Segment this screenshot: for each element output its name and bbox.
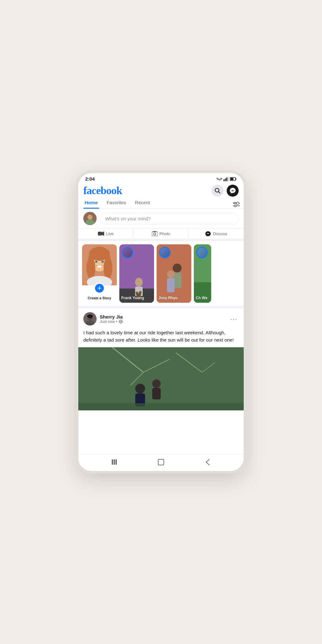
svg-point-38 [173,264,182,272]
tab-recent[interactable]: Recent [134,197,151,208]
svg-rect-18 [152,232,158,236]
header-icons [212,185,239,197]
menu-button[interactable] [110,458,119,467]
svg-line-7 [218,192,220,193]
svg-point-11 [234,205,236,207]
stories-section: + Create a Story [78,241,244,308]
joey-story-bg: Joey Rhyu [157,244,191,303]
live-button[interactable]: Live [78,229,134,239]
svg-rect-64 [116,459,117,465]
search-icon [215,188,220,194]
post-text: I had such a lovely time at our ride tog… [78,328,244,347]
post-more-button[interactable]: ··· [229,314,239,324]
post-user-avatar [83,312,97,325]
create-plus-icon: + [94,283,105,294]
ch-avatar [196,247,208,258]
svg-point-25 [86,257,95,279]
app-header: facebook [78,183,244,197]
svg-rect-62 [112,459,113,465]
home-square-icon [158,459,164,466]
messenger-icon [230,188,236,194]
svg-rect-29 [97,266,102,267]
svg-marker-17 [102,231,104,236]
post-image [78,347,244,410]
messenger-button[interactable] [227,185,239,197]
ch-story-bg: Ch We [194,244,211,303]
battery-icon [230,177,237,181]
filter-icon-line1 [233,202,239,203]
tab-favorites[interactable]: Favorites [105,197,128,208]
create-story-label: Create a Story [88,296,111,300]
svg-rect-5 [230,178,234,180]
svg-point-9 [237,202,239,204]
back-button[interactable] [203,458,212,467]
home-button[interactable] [157,458,165,467]
video-icon [98,231,104,236]
svg-point-15 [88,215,92,219]
post-header: Sherry Jia Just now • ··· [78,308,244,328]
facebook-logo: facebook [83,185,122,197]
svg-point-48 [87,314,93,318]
create-story-card[interactable]: + Create a Story [82,244,117,303]
svg-rect-51 [78,347,244,410]
status-time: 2:04 [85,176,95,182]
tab-home[interactable]: Home [83,197,99,208]
composer-avatar [83,212,97,225]
composer-input[interactable]: What's on your mind? [100,213,239,224]
post-composer: What's on your mind? [78,209,244,228]
joey-avatar [159,247,170,258]
signal-icon [224,177,229,181]
svg-point-59 [152,379,161,388]
post-card: Sherry Jia Just now • ··· I had such a l… [78,308,244,410]
filter-button[interactable] [233,202,239,203]
search-button[interactable] [212,185,224,197]
discuss-icon [205,231,211,236]
svg-rect-20 [154,231,156,232]
discuss-button[interactable]: Discuss [189,229,244,239]
filter-icon [233,202,240,207]
post-dot: • [116,319,117,324]
svg-rect-63 [114,459,115,465]
frank-story-bg: Frank Young [119,244,154,303]
svg-point-40 [167,271,175,278]
svg-point-26 [104,257,112,279]
avatar-image [83,212,97,225]
ch-story-name: Ch We [196,296,209,300]
privacy-icon [119,319,123,324]
photo-button[interactable]: Photo [134,229,189,239]
ch-we-story[interactable]: Ch We [194,244,211,303]
frank-young-story[interactable]: Frank Young [119,244,154,303]
phone-frame: 2:04 facebook [76,170,246,474]
bottom-nav [78,454,244,471]
svg-point-28 [101,261,104,263]
menu-icon [111,459,118,465]
status-bar: 2:04 [78,173,244,183]
frank-story-name: Frank Young [121,296,152,300]
status-icons [217,177,237,181]
frank-avatar [122,247,133,258]
photo-icon [152,231,158,236]
svg-rect-60 [152,388,161,399]
nav-tabs: Home Favorites Recent [78,197,244,209]
svg-rect-65 [158,459,164,465]
joey-rhyu-story[interactable]: Joey Rhyu [157,244,191,303]
svg-rect-16 [98,232,102,236]
svg-rect-1 [225,178,226,181]
svg-point-27 [95,261,98,263]
post-username: Sherry Jia [100,314,229,319]
svg-rect-2 [226,177,227,181]
action-buttons: Live Photo Discuss [78,228,244,241]
svg-point-57 [135,384,145,393]
post-time: Just now [100,319,115,324]
post-meta: Just now • [100,319,229,324]
post-user-info: Sherry Jia Just now • [100,314,229,324]
svg-point-19 [154,233,156,235]
svg-rect-3 [228,177,229,181]
back-icon [206,459,210,466]
wifi-icon [217,177,222,181]
create-story-bottom: + Create a Story [82,285,117,303]
svg-rect-0 [224,179,224,181]
svg-point-33 [135,278,143,287]
post-image-scene [78,347,244,410]
story-top-image [82,244,117,285]
